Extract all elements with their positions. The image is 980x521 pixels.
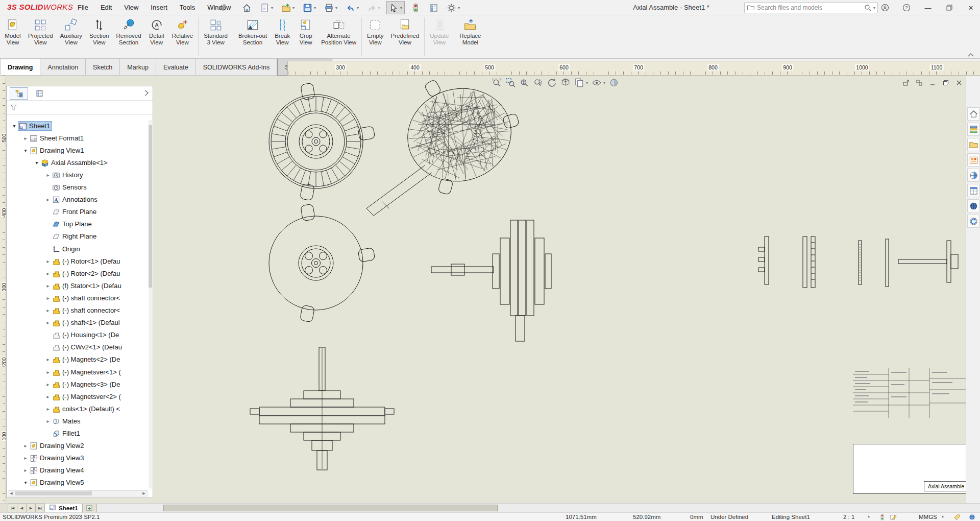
search-scope-icon[interactable] — [747, 4, 755, 12]
tree-item-content[interactable]: Drawing View2 — [29, 441, 85, 450]
relative-view-button[interactable]: RelativeView — [168, 15, 197, 58]
tree-item-content[interactable]: Front Plane — [52, 207, 98, 216]
tree-item-magnetsver-1[interactable]: ▸(-) Magnetsver<1> ( — [7, 366, 148, 378]
tab-solidworks-add-ins[interactable]: SOLIDWORKS Add-Ins — [196, 59, 278, 76]
scroll-right-icon[interactable]: ▶ — [141, 491, 147, 496]
collapsed-arrow-icon[interactable]: ▸ — [44, 258, 52, 264]
tree-item-sensors[interactable]: Sensors — [7, 181, 148, 194]
tree-item-housing-1-de[interactable]: (-) Housing<1> (De — [7, 329, 148, 341]
undo-button[interactable]: ▾ — [344, 1, 361, 14]
select-cursor-button[interactable]: ▾ — [386, 1, 405, 14]
close-button[interactable]: ✕ — [962, 0, 980, 15]
add-sheet-tab[interactable] — [83, 504, 97, 512]
collapsed-arrow-icon[interactable]: ▸ — [44, 320, 52, 325]
tree-item-content[interactable]: Drawing View1 — [29, 146, 85, 155]
alternate-position-view-button[interactable]: AlternatePosition View — [317, 15, 360, 58]
tree-item-content[interactable]: coils<1> (Default) < — [52, 405, 121, 413]
collapsed-arrow-icon[interactable]: ▸ — [44, 369, 52, 375]
updates-button[interactable] — [967, 215, 979, 228]
menu-insert[interactable]: Insert — [144, 0, 174, 15]
detail-view-button[interactable]: ADetailView — [145, 15, 168, 58]
tree-item-content[interactable]: (-) Rotor<2> (Defau — [52, 269, 121, 278]
tree-item-history[interactable]: ▸History — [7, 169, 148, 181]
sheet-tab-active[interactable]: Sheet1 — [45, 504, 83, 512]
tree-item-shaft-connector[interactable]: ▸(-) shaft connector< — [7, 304, 148, 317]
collapsed-arrow-icon[interactable]: ▸ — [44, 394, 52, 399]
tab-evaluate[interactable]: Evaluate — [156, 59, 196, 76]
replace-model-button[interactable]: ReplaceModel — [456, 15, 484, 58]
tree-item-content[interactable]: Sheet Format1 — [29, 134, 85, 143]
redo-dropdown-icon[interactable]: ▾ — [378, 6, 380, 10]
sheet-properties-dropdown-icon[interactable]: ▾ — [586, 81, 588, 85]
collapsed-arrow-icon[interactable]: ▸ — [44, 197, 52, 202]
tree-item-axial-assamble-1[interactable]: ▾Axial Assamble<1> — [7, 156, 148, 169]
tree-item-content[interactable]: Mates — [52, 417, 82, 425]
tree-item-content[interactable]: Fillet1 — [52, 429, 82, 438]
tree-item-content[interactable]: (f) Stator<1> (Defau — [52, 281, 123, 290]
globe-icon[interactable] — [969, 514, 975, 520]
panel-expand-icon[interactable] — [142, 89, 151, 97]
zoom-to-selection-button[interactable] — [533, 78, 543, 88]
collapsed-arrow-icon[interactable]: ▸ — [44, 271, 52, 276]
view-palette-button[interactable] — [967, 153, 979, 167]
search-box[interactable]: Search files and models ▾ — [744, 2, 878, 13]
doc-minimize-button[interactable] — [926, 78, 939, 88]
window-resize-grip[interactable] — [0, 504, 8, 512]
select-cursor-dropdown-icon[interactable]: ▾ — [400, 6, 402, 10]
tree-item-content[interactable]: (-) shaft connector< — [52, 306, 121, 315]
tree-item-rotor-1-defau[interactable]: ▸(-) Rotor<1> (Defau — [7, 255, 148, 267]
tree-item-content[interactable]: AAnnotations — [52, 195, 99, 204]
print-dropdown-icon[interactable]: ▾ — [335, 6, 337, 10]
tree-item-content[interactable]: (-) shaft connector< — [52, 294, 121, 302]
file-explorer-button[interactable] — [967, 138, 979, 151]
appearances-button[interactable] — [967, 169, 979, 182]
menu-tools[interactable]: Tools — [174, 0, 201, 15]
tree-horizontal-scrollbar[interactable]: ◀ ▶ — [8, 490, 148, 496]
expanded-arrow-icon[interactable]: ▾ — [22, 480, 29, 485]
collapsed-arrow-icon[interactable]: ▸ — [22, 135, 29, 141]
tab-drawing[interactable]: Drawing — [0, 59, 40, 76]
tree-item-magnets-2-de[interactable]: ▸(-) Magnets<2> (De — [7, 353, 148, 366]
search-icon[interactable] — [864, 4, 872, 12]
design-library-button[interactable] — [967, 123, 979, 136]
tab-annotation[interactable]: Annotation — [40, 59, 86, 76]
tree-item-cwv2-1-defau[interactable]: (-) CWv2<1> (Defau — [7, 341, 148, 353]
search-dropdown-icon[interactable]: ▾ — [873, 6, 875, 10]
tree-item-content[interactable]: (-) Rotor<1> (Defau — [52, 257, 121, 266]
collapsed-arrow-icon[interactable]: ▸ — [22, 455, 29, 461]
tree-item-content[interactable]: (-) Magnets<3> (De — [52, 380, 121, 389]
tree-item-content[interactable]: Origin — [52, 245, 82, 253]
tree-item-sheet-format1[interactable]: ▸Sheet Format1 — [7, 132, 148, 144]
options-list-button[interactable] — [427, 1, 440, 14]
save-button[interactable]: ▾ — [301, 1, 318, 14]
tree-item-content[interactable]: Top Plane — [52, 220, 93, 228]
traffic-light-button[interactable] — [409, 1, 423, 14]
tree-item-content[interactable]: Drawing View4 — [29, 466, 85, 475]
home-button[interactable] — [240, 1, 254, 14]
sheet-properties-button[interactable]: ▾ — [574, 78, 588, 88]
tree-item-content[interactable]: Sensors — [52, 183, 88, 192]
tree-item-front-plane[interactable]: Front Plane — [7, 206, 148, 218]
tree-item-content[interactable]: Sheet1 — [18, 121, 52, 131]
tree-item-mates[interactable]: ▸Mates — [7, 415, 148, 427]
tree-vertical-scrollbar[interactable] — [149, 120, 152, 488]
tree-item-content[interactable]: Right Plane — [52, 232, 98, 241]
ribbon-collapse-icon[interactable] — [967, 51, 975, 57]
status-traffic-light-icon[interactable] — [879, 514, 886, 520]
display-manager-tab[interactable] — [30, 87, 48, 100]
scale-dropdown-icon[interactable]: ▴ — [868, 514, 870, 518]
account-icon[interactable] — [876, 0, 894, 15]
tree-item-content[interactable]: Axial Assamble<1> — [40, 158, 109, 167]
zoom-to-area-button[interactable] — [505, 78, 516, 88]
sheet-scale[interactable]: 2 : 1 — [843, 514, 854, 520]
tree-item-coils-1-default[interactable]: ▸coils<1> (Default) < — [7, 402, 148, 415]
tree-item-f-stator-1-defau[interactable]: ▸(f) Stator<1> (Defau — [7, 279, 148, 292]
drawing-horizontal-scrollbar[interactable] — [97, 504, 980, 512]
first-sheet-button[interactable]: |◀ — [8, 504, 17, 512]
custom-properties-button[interactable] — [967, 184, 979, 197]
tree-item-content[interactable]: Drawing View5 — [29, 478, 85, 487]
tree-item-drawing-view3[interactable]: ▸Drawing View3 — [7, 452, 148, 464]
tree-item-content[interactable]: (-) Magnets<2> (De — [52, 355, 121, 364]
tree-item-content[interactable]: (-) Housing<1> (De — [52, 330, 120, 339]
previous-sheet-button[interactable]: ◀ — [17, 504, 27, 512]
